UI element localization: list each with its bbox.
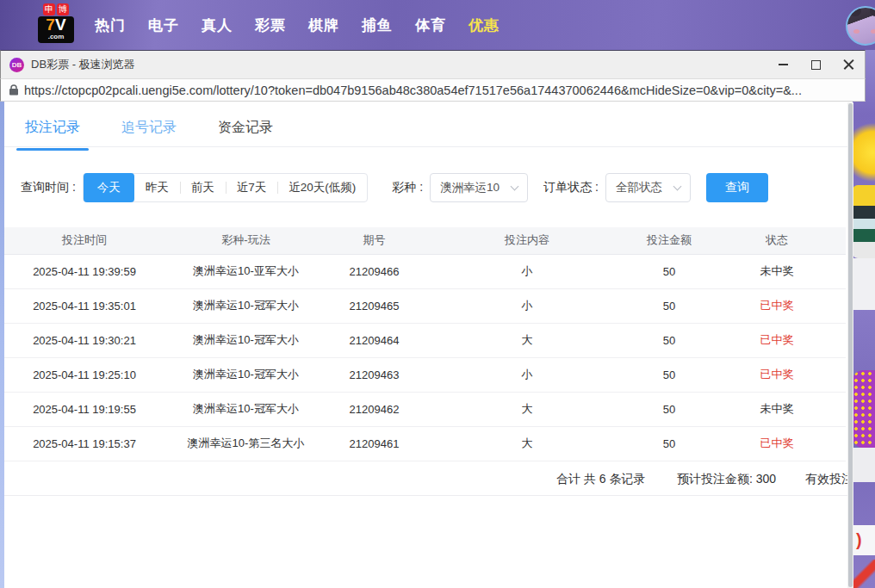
table-header-cell: 彩种-玩法 [167,227,325,254]
window-title: DB彩票 - 极速浏览器 [31,57,135,72]
cell-game-play: 澳洲幸运10-冠军大小 [167,288,325,323]
cell-bet-time: 2025-04-11 19:19:55 [2,392,167,426]
cell-issue-number: 21209461 [325,426,424,461]
time-range-option[interactable]: 昨天 [134,174,180,201]
browser-urlbar[interactable]: https://ctopcp02pcali.uengi5e.com/lotter… [0,79,866,102]
nav-menu-item[interactable]: 体育 [415,15,446,35]
nav-menu-item[interactable]: 热门 [95,15,126,35]
summary-valid-amount: 有效投注金 [805,461,847,496]
summary-total-records: 合计 共 6 条记录 [556,461,645,496]
cell-status: 已中奖 [708,323,846,357]
site-nav-menu: 热门 电子 真人 彩票 棋牌 捕鱼 体育 优惠 [95,0,500,50]
lottery-select[interactable]: 澳洲幸运10 [430,173,528,202]
status-filter-label: 订单状态 : [543,180,599,195]
nav-menu-item[interactable]: 电子 [148,15,179,35]
chevron-down-icon [511,182,519,190]
cell-bet-content: 小 [424,288,630,323]
cell-bet-amount: 50 [630,254,708,288]
tabs-divider [0,146,847,147]
site-logo[interactable]: 申 博 7V .com [38,3,74,43]
record-tab[interactable]: 资金记录 [216,114,275,151]
vertical-scrollbar[interactable] [847,102,853,588]
table-header-cell: 投注内容 [424,227,630,254]
table-row: 2025-04-11 19:30:21 澳洲幸运10-冠军大小 21209464… [2,323,846,357]
minimize-button[interactable] [766,51,799,78]
lottery-select-value: 澳洲幸运10 [440,180,500,195]
logo-badge-left: 申 [43,3,55,15]
bet-records-table: 投注时间彩种-玩法期号投注内容投注金额状态 2025-04-11 19:39:5… [2,227,846,461]
cell-status: 未中奖 [708,254,846,288]
table-row: 2025-04-11 19:15:37 澳洲幸运10-第三名大小 2120946… [2,426,846,461]
cell-bet-content: 小 [424,254,630,288]
left-background-strip [0,102,4,588]
table-row: 2025-04-11 19:19:55 澳洲幸运10-冠军大小 21209462… [2,392,846,426]
screen: 申 博 7V .com 热门 电子 真人 彩票 棋牌 捕鱼 体育 [0,0,875,588]
close-button[interactable] [832,51,865,78]
site-top-bar: 申 博 7V .com 热门 电子 真人 彩票 棋牌 捕鱼 体育 [0,0,875,50]
window-controls [766,51,865,78]
lottery-filter-label: 彩种 : [392,180,423,195]
table-row: 2025-04-11 19:35:01 澳洲幸运10-冠军大小 21209465… [2,288,846,323]
cell-game-play: 澳洲幸运10-亚军大小 [167,254,325,288]
nav-menu-item[interactable]: 优惠 [469,15,500,35]
filter-bar: 查询时间 : 今天 昨天 前天 近7天 近20天(低频) 彩种 : 澳洲幸运10 [21,173,768,202]
bg-decoration-dotted-ball [853,370,875,448]
order-status-select[interactable]: 全部状态 [605,173,691,202]
cell-bet-time: 2025-04-11 19:15:37 [2,426,167,461]
table-body: 2025-04-11 19:39:59 澳洲幸运10-亚军大小 21209466… [2,254,846,461]
nav-menu-item[interactable]: 彩票 [255,15,286,35]
user-avatar[interactable] [846,6,875,46]
nav-menu-item[interactable]: 棋牌 [308,15,339,35]
url-text: https://ctopcp02pcali.uengi5e.com/lotter… [24,84,802,97]
summary-row: 合计 共 6 条记录 预计投注金额: 300 有效投注金 [0,461,847,496]
cell-bet-amount: 50 [630,392,708,426]
cell-issue-number: 21209465 [325,288,424,323]
cell-game-play: 澳洲幸运10-冠军大小 [167,392,325,426]
table-header-cell: 状态 [708,227,846,254]
cell-issue-number: 21209466 [325,254,424,288]
cell-bet-time: 2025-04-11 19:30:21 [2,323,167,357]
maximize-button[interactable] [799,51,832,78]
cell-bet-time: 2025-04-11 19:39:59 [2,254,167,288]
cell-issue-number: 21209462 [325,392,424,426]
cell-bet-content: 大 [424,426,630,461]
nav-menu-item[interactable]: 捕鱼 [362,15,393,35]
cell-status: 未中奖 [708,392,846,426]
cell-issue-number: 21209463 [325,357,424,392]
lock-icon [9,84,18,96]
cell-issue-number: 21209464 [325,323,424,357]
browser-tab-icon: DB [9,58,24,72]
table-header-row: 投注时间彩种-玩法期号投注内容投注金额状态 [2,227,846,254]
time-filter-label: 查询时间 : [21,180,76,195]
time-range-option[interactable]: 前天 [180,174,226,201]
cell-bet-time: 2025-04-11 19:25:10 [2,357,167,392]
logo-badge-right: 博 [57,3,69,15]
avatar-face [853,29,859,34]
page-background-strip: ) [853,50,875,588]
time-range-option[interactable]: 今天 [84,173,134,202]
table-header-cell: 投注时间 [2,227,167,254]
record-tab[interactable]: 追号记录 [120,114,178,151]
nav-menu-item[interactable]: 真人 [202,15,233,35]
bg-decoration-band [853,448,875,482]
cell-game-play: 澳洲幸运10-冠军大小 [167,323,325,357]
logo-badges: 申 博 [38,3,74,15]
table-header-cell: 投注金额 [630,227,708,254]
cell-bet-amount: 50 [630,288,708,323]
cell-status: 已中奖 [708,357,846,392]
time-range-group: 今天 昨天 前天 近7天 近20天(低频) [83,173,369,202]
cell-bet-content: 大 [424,323,630,357]
cell-bet-amount: 50 [630,323,708,357]
logo-box: 7V .com [38,16,74,43]
cell-game-play: 澳洲幸运10-第三名大小 [167,426,325,461]
time-range-option[interactable]: 近7天 [226,174,278,201]
cell-bet-content: 小 [424,357,630,392]
logo-brand-v: V [55,16,66,34]
cell-bet-amount: 50 [630,357,708,392]
record-tab[interactable]: 投注记录 [23,114,82,151]
cell-bet-content: 大 [424,392,630,426]
time-range-option[interactable]: 近20天(低频) [277,174,367,201]
bg-decoration-character [853,185,875,258]
search-button[interactable]: 查询 [706,173,768,202]
scrollbar-thumb[interactable] [848,103,853,587]
